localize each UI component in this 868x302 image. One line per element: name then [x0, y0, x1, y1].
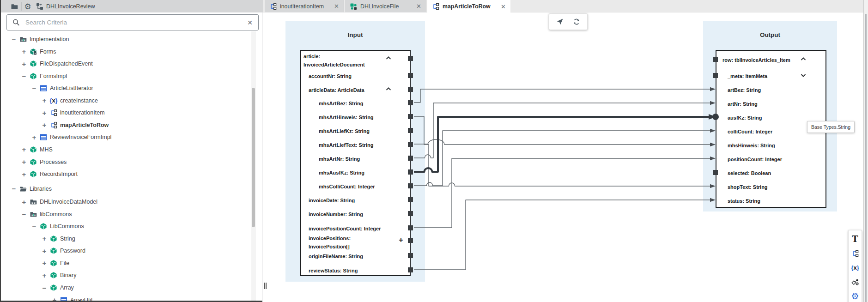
tree-item-Array[interactable]: − Array: [41, 282, 74, 293]
expander-minus-icon[interactable]: −: [30, 223, 38, 230]
input-field-invoicePositions[interactable]: invoicePositions: InvoicePosition[]: [309, 234, 351, 250]
sidebar-scrollbar[interactable]: [251, 31, 256, 301]
input-field-mhsAusfKz[interactable]: mhsAusfKz: String: [319, 168, 364, 176]
search-input[interactable]: [24, 18, 242, 26]
input-field-mhsArtLiefText[interactable]: mhsArtLiefText: String: [319, 140, 373, 149]
chevron-up-icon[interactable]: [385, 54, 392, 62]
window-scrollbar-thumb[interactable]: [865, 14, 867, 302]
input-port-articleData[interactable]: [408, 87, 413, 92]
input-field-invoiceDate[interactable]: invoiceDate: String: [309, 196, 355, 204]
output-field-_meta[interactable]: _meta: ItemMeta: [728, 72, 767, 80]
input-field-accountNr[interactable]: accountNr: String: [309, 72, 352, 80]
output-port-_meta[interactable]: [713, 73, 718, 78]
expander-plus-icon[interactable]: +: [20, 60, 28, 68]
output-port-selected[interactable]: [713, 170, 718, 175]
tree-item-LibCommons[interactable]: − LibCommons: [30, 221, 84, 232]
refresh-button[interactable]: [570, 15, 583, 28]
input-field-mhsArtBez[interactable]: mhsArtBez: String: [319, 99, 364, 107]
tab-inoutIterationItem[interactable]: inoutIterationItem ✕: [265, 0, 344, 12]
output-field-shopText[interactable]: shopText: String: [728, 182, 768, 191]
tree-item-FormsImpl[interactable]: − FormsImpl: [20, 71, 67, 82]
tree-item-String[interactable]: + String: [41, 233, 75, 244]
settings-tool-button[interactable]: ⚙: [849, 289, 862, 302]
expander-plus-icon[interactable]: +: [41, 235, 48, 242]
input-port-mhsArtHinweis[interactable]: [408, 114, 413, 119]
input-port-invoiceDate[interactable]: [408, 197, 413, 202]
sidebar-scrollbar-thumb[interactable]: [252, 88, 255, 227]
input-port-article[interactable]: [408, 56, 413, 61]
tree-item-Processes[interactable]: + Processes: [20, 157, 67, 168]
expander-minus-icon[interactable]: −: [20, 210, 28, 218]
tree-item-Libraries[interactable]: − Libraries: [10, 183, 52, 194]
expander-plus-icon[interactable]: +: [41, 259, 48, 267]
chevron-up-icon[interactable]: [800, 55, 807, 63]
tab-mapArticleToRow[interactable]: mapArticleToRow ✕: [427, 0, 510, 13]
tree-item-ArrayUtil[interactable]: + ArrayUtil: [51, 295, 92, 301]
expander-plus-icon[interactable]: +: [41, 272, 48, 279]
expander-plus-icon[interactable]: +: [41, 121, 48, 129]
input-field-mhsArtHinweis[interactable]: mhsArtHinweis: String: [319, 113, 374, 121]
expander-minus-icon[interactable]: −: [10, 185, 18, 193]
chevron-down-icon[interactable]: [800, 72, 807, 79]
search-clear-icon[interactable]: ✕: [242, 19, 258, 26]
folder-button[interactable]: [8, 2, 20, 11]
expander-minus-icon[interactable]: −: [30, 85, 38, 92]
output-field-selected[interactable]: selected: Boolean: [728, 169, 771, 177]
input-port-invoicePositionCount[interactable]: [408, 225, 413, 230]
output-field-ausfKz[interactable]: ausfKz: String: [728, 113, 762, 121]
output-field-positionCount[interactable]: positionCount: Integer: [728, 155, 782, 163]
text-tool-button[interactable]: T: [849, 232, 862, 247]
input-port-mhsArtLiefKz[interactable]: [408, 128, 413, 133]
input-field-articleData[interactable]: articleData: ArticleData: [309, 85, 364, 94]
expander-minus-icon[interactable]: −: [20, 72, 28, 80]
tree-item-Password[interactable]: + Password: [41, 245, 85, 256]
input-field-reviewStatus[interactable]: reviewStatus: String: [309, 266, 358, 274]
tree-item-Implementation[interactable]: − Implementation: [10, 34, 69, 45]
input-field-invoiceNumber[interactable]: invoiceNumber: String: [309, 210, 363, 218]
tree-item-Forms[interactable]: + Forms: [20, 46, 56, 57]
input-port-mhsAusfKz[interactable]: [408, 169, 413, 175]
input-port-mhsArtLiefText[interactable]: [408, 142, 413, 147]
input-port-mhsArtNr[interactable]: [408, 156, 413, 161]
input-field-originFileName[interactable]: originFileName: String: [309, 252, 363, 260]
output-field-artNr[interactable]: artNr: String: [728, 99, 758, 108]
input-port-invoicePositions[interactable]: [408, 238, 413, 243]
input-field-mhsArtNr[interactable]: mhsArtNr: String: [319, 154, 360, 163]
expander-plus-icon[interactable]: +: [30, 133, 38, 141]
tree-item-MHS[interactable]: + MHS: [20, 144, 53, 155]
gateway-tool-button[interactable]: [849, 275, 862, 289]
tree-item-createInstance[interactable]: + {x} createInstance: [41, 95, 98, 106]
input-port-originFileName[interactable]: [408, 253, 413, 258]
plus-bold-icon[interactable]: +: [397, 236, 405, 244]
expander-plus-icon[interactable]: +: [20, 48, 28, 55]
input-port-mhsColliCount[interactable]: [408, 183, 413, 188]
project-tab[interactable]: DHLInvoiceReview: [36, 0, 95, 12]
expander-plus-icon[interactable]: +: [41, 247, 48, 255]
expander-plus-icon[interactable]: +: [20, 198, 28, 206]
input-port-invoiceNumber[interactable]: [408, 211, 413, 216]
expander-plus-icon[interactable]: +: [20, 158, 28, 166]
input-field-mhsColliCount[interactable]: mhsColliCount: Integer: [319, 182, 375, 190]
tree-item-libCommons[interactable]: − libCommons: [20, 209, 72, 220]
settings-button[interactable]: ⚙: [22, 2, 33, 11]
tree-item-Binary[interactable]: + Binary: [41, 270, 76, 281]
expander-plus-icon[interactable]: +: [41, 97, 48, 104]
script-tool-button[interactable]: {x}: [849, 261, 862, 275]
tab-close-icon[interactable]: ✕: [415, 3, 422, 10]
output-field-row[interactable]: row: tblInvoiceArticles_Item: [722, 55, 790, 64]
mapping-tool-button[interactable]: [849, 247, 862, 261]
input-field-invoicePositionCount[interactable]: invoicePositionCount: Integer: [309, 224, 381, 232]
expander-plus-icon[interactable]: +: [51, 296, 58, 301]
input-port-reviewStatus[interactable]: [408, 267, 413, 272]
expander-plus-icon[interactable]: +: [41, 109, 48, 117]
output-port-ausfKz[interactable]: [712, 114, 719, 120]
tree-item-ArticleListIterator[interactable]: − ArticleListIterator: [30, 83, 93, 94]
tree-item-mapArticleToRow[interactable]: + mapArticleToRow: [41, 120, 109, 131]
input-port-accountNr[interactable]: [408, 73, 413, 78]
expander-minus-icon[interactable]: −: [41, 284, 48, 292]
expander-minus-icon[interactable]: −: [10, 36, 18, 43]
expander-plus-icon[interactable]: +: [20, 170, 28, 178]
expander-plus-icon[interactable]: +: [20, 145, 28, 153]
tree-item-FileDispatchedEvent[interactable]: + FileDispatchedEvent: [20, 58, 93, 69]
tab-close-icon[interactable]: ✕: [333, 3, 340, 10]
